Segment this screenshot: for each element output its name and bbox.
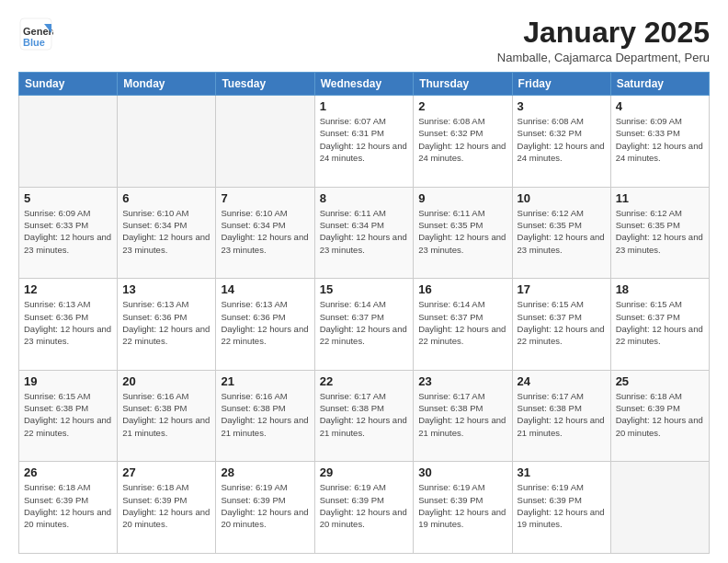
day-number: 20: [122, 374, 210, 388]
day-info: Sunrise: 6:15 AM Sunset: 6:37 PM Dayligh…: [518, 298, 606, 347]
day-info: Sunrise: 6:08 AM Sunset: 6:32 PM Dayligh…: [418, 115, 506, 164]
calendar-cell: 21Sunrise: 6:16 AM Sunset: 6:38 PM Dayli…: [216, 370, 314, 462]
day-number: 8: [320, 191, 409, 205]
day-info: Sunrise: 6:12 AM Sunset: 6:35 PM Dayligh…: [616, 207, 704, 256]
calendar-cell: 8Sunrise: 6:11 AM Sunset: 6:34 PM Daylig…: [314, 187, 414, 279]
day-number: 2: [418, 99, 506, 113]
day-info: Sunrise: 6:17 AM Sunset: 6:38 PM Dayligh…: [320, 390, 409, 439]
calendar-cell: 11Sunrise: 6:12 AM Sunset: 6:35 PM Dayli…: [610, 187, 709, 279]
logo: General Blue: [18, 17, 55, 52]
calendar-cell: 15Sunrise: 6:14 AM Sunset: 6:37 PM Dayli…: [314, 279, 414, 371]
title-section: January 2025 Namballe, Cajamarca Departm…: [497, 17, 710, 64]
calendar-cell: 22Sunrise: 6:17 AM Sunset: 6:38 PM Dayli…: [314, 370, 414, 462]
day-number: 16: [418, 282, 506, 296]
month-title: January 2025: [497, 17, 710, 49]
weekday-header-thursday: Thursday: [414, 73, 512, 96]
day-info: Sunrise: 6:12 AM Sunset: 6:35 PM Dayligh…: [518, 207, 606, 256]
day-number: 19: [24, 374, 112, 388]
day-number: 1: [320, 99, 409, 113]
calendar-cell: 17Sunrise: 6:15 AM Sunset: 6:37 PM Dayli…: [512, 279, 610, 371]
calendar-cell: 3Sunrise: 6:08 AM Sunset: 6:32 PM Daylig…: [512, 96, 610, 188]
day-info: Sunrise: 6:19 AM Sunset: 6:39 PM Dayligh…: [518, 481, 606, 530]
day-number: 9: [418, 191, 506, 205]
day-number: 21: [221, 374, 309, 388]
weekday-header-wednesday: Wednesday: [314, 73, 414, 96]
day-info: Sunrise: 6:15 AM Sunset: 6:37 PM Dayligh…: [616, 298, 704, 347]
day-info: Sunrise: 6:19 AM Sunset: 6:39 PM Dayligh…: [320, 481, 409, 530]
day-info: Sunrise: 6:16 AM Sunset: 6:38 PM Dayligh…: [122, 390, 210, 439]
calendar-week-1: 1Sunrise: 6:07 AM Sunset: 6:31 PM Daylig…: [19, 96, 710, 188]
calendar-cell: 12Sunrise: 6:13 AM Sunset: 6:36 PM Dayli…: [19, 279, 118, 371]
calendar-cell: 25Sunrise: 6:18 AM Sunset: 6:39 PM Dayli…: [610, 370, 709, 462]
day-number: 14: [221, 282, 309, 296]
day-number: 25: [616, 374, 704, 388]
calendar-cell: 28Sunrise: 6:19 AM Sunset: 6:39 PM Dayli…: [216, 462, 314, 554]
calendar-cell: 19Sunrise: 6:15 AM Sunset: 6:38 PM Dayli…: [19, 370, 118, 462]
day-number: 15: [320, 282, 409, 296]
subtitle: Namballe, Cajamarca Department, Peru: [497, 51, 710, 64]
calendar-week-2: 5Sunrise: 6:09 AM Sunset: 6:33 PM Daylig…: [19, 187, 710, 279]
calendar-cell: [216, 96, 314, 188]
calendar-cell: 14Sunrise: 6:13 AM Sunset: 6:36 PM Dayli…: [216, 279, 314, 371]
day-info: Sunrise: 6:19 AM Sunset: 6:39 PM Dayligh…: [418, 481, 506, 530]
calendar-cell: 30Sunrise: 6:19 AM Sunset: 6:39 PM Dayli…: [414, 462, 512, 554]
day-number: 29: [320, 465, 409, 479]
day-number: 30: [418, 465, 506, 479]
calendar-cell: 24Sunrise: 6:17 AM Sunset: 6:38 PM Dayli…: [512, 370, 610, 462]
day-number: 5: [24, 191, 112, 205]
calendar-cell: 31Sunrise: 6:19 AM Sunset: 6:39 PM Dayli…: [512, 462, 610, 554]
calendar-cell: 26Sunrise: 6:18 AM Sunset: 6:39 PM Dayli…: [19, 462, 118, 554]
day-info: Sunrise: 6:15 AM Sunset: 6:38 PM Dayligh…: [24, 390, 112, 439]
day-number: 28: [221, 465, 309, 479]
weekday-header-monday: Monday: [118, 73, 216, 96]
day-info: Sunrise: 6:13 AM Sunset: 6:36 PM Dayligh…: [221, 298, 309, 347]
day-number: 27: [122, 465, 210, 479]
calendar-cell: [118, 96, 216, 188]
day-number: 3: [518, 99, 606, 113]
day-info: Sunrise: 6:18 AM Sunset: 6:39 PM Dayligh…: [616, 390, 704, 439]
day-number: 26: [24, 465, 112, 479]
calendar-week-5: 26Sunrise: 6:18 AM Sunset: 6:39 PM Dayli…: [19, 462, 710, 554]
day-info: Sunrise: 6:07 AM Sunset: 6:31 PM Dayligh…: [320, 115, 409, 164]
day-info: Sunrise: 6:17 AM Sunset: 6:38 PM Dayligh…: [418, 390, 506, 439]
calendar-cell: 23Sunrise: 6:17 AM Sunset: 6:38 PM Dayli…: [414, 370, 512, 462]
day-info: Sunrise: 6:14 AM Sunset: 6:37 PM Dayligh…: [418, 298, 506, 347]
day-number: 4: [616, 99, 704, 113]
calendar-week-3: 12Sunrise: 6:13 AM Sunset: 6:36 PM Dayli…: [19, 279, 710, 371]
day-info: Sunrise: 6:11 AM Sunset: 6:34 PM Dayligh…: [320, 207, 409, 256]
calendar-cell: 1Sunrise: 6:07 AM Sunset: 6:31 PM Daylig…: [314, 96, 414, 188]
day-info: Sunrise: 6:14 AM Sunset: 6:37 PM Dayligh…: [320, 298, 409, 347]
svg-text:Blue: Blue: [23, 37, 45, 48]
calendar-cell: 9Sunrise: 6:11 AM Sunset: 6:35 PM Daylig…: [414, 187, 512, 279]
day-info: Sunrise: 6:11 AM Sunset: 6:35 PM Dayligh…: [418, 207, 506, 256]
day-number: 23: [418, 374, 506, 388]
day-info: Sunrise: 6:08 AM Sunset: 6:32 PM Dayligh…: [518, 115, 606, 164]
calendar-cell: 20Sunrise: 6:16 AM Sunset: 6:38 PM Dayli…: [118, 370, 216, 462]
day-info: Sunrise: 6:19 AM Sunset: 6:39 PM Dayligh…: [221, 481, 309, 530]
day-info: Sunrise: 6:18 AM Sunset: 6:39 PM Dayligh…: [122, 481, 210, 530]
day-info: Sunrise: 6:13 AM Sunset: 6:36 PM Dayligh…: [24, 298, 112, 347]
day-number: 7: [221, 191, 309, 205]
day-number: 6: [122, 191, 210, 205]
day-number: 17: [518, 282, 606, 296]
calendar-cell: 18Sunrise: 6:15 AM Sunset: 6:37 PM Dayli…: [610, 279, 709, 371]
calendar-cell: 16Sunrise: 6:14 AM Sunset: 6:37 PM Dayli…: [414, 279, 512, 371]
calendar-cell: 4Sunrise: 6:09 AM Sunset: 6:33 PM Daylig…: [610, 96, 709, 188]
weekday-header-saturday: Saturday: [610, 73, 709, 96]
calendar-cell: 7Sunrise: 6:10 AM Sunset: 6:34 PM Daylig…: [216, 187, 314, 279]
logo-icon: General Blue: [18, 17, 53, 52]
calendar-week-4: 19Sunrise: 6:15 AM Sunset: 6:38 PM Dayli…: [19, 370, 710, 462]
day-number: 22: [320, 374, 409, 388]
weekday-header-row: SundayMondayTuesdayWednesdayThursdayFrid…: [19, 73, 710, 96]
calendar-cell: 6Sunrise: 6:10 AM Sunset: 6:34 PM Daylig…: [118, 187, 216, 279]
calendar-cell: 13Sunrise: 6:13 AM Sunset: 6:36 PM Dayli…: [118, 279, 216, 371]
header: General Blue January 2025 Namballe, Caja…: [18, 17, 710, 64]
day-number: 12: [24, 282, 112, 296]
day-info: Sunrise: 6:16 AM Sunset: 6:38 PM Dayligh…: [221, 390, 309, 439]
day-number: 13: [122, 282, 210, 296]
calendar-cell: 2Sunrise: 6:08 AM Sunset: 6:32 PM Daylig…: [414, 96, 512, 188]
calendar-cell: 27Sunrise: 6:18 AM Sunset: 6:39 PM Dayli…: [118, 462, 216, 554]
day-number: 11: [616, 191, 704, 205]
weekday-header-sunday: Sunday: [19, 73, 118, 96]
calendar-cell: 10Sunrise: 6:12 AM Sunset: 6:35 PM Dayli…: [512, 187, 610, 279]
